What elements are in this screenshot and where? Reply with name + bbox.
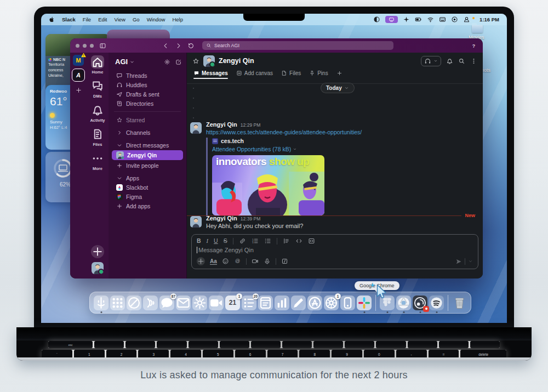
chat-avatar[interactable] — [203, 55, 215, 67]
dock-icon-launchpad[interactable] — [110, 296, 125, 310]
attach-plus-icon[interactable] — [197, 257, 205, 265]
menu-item-file[interactable]: File — [83, 16, 91, 22]
dock-icon-system-settings[interactable] — [192, 296, 207, 310]
shortcuts-icon[interactable] — [373, 16, 380, 23]
message-author[interactable]: Zengyi Qin — [206, 215, 237, 221]
close-button[interactable] — [76, 44, 79, 48]
quote-icon[interactable] — [283, 237, 290, 245]
desktop-folder-icon[interactable] — [472, 25, 483, 33]
dock-icon-mail[interactable] — [176, 296, 191, 310]
history-forward-icon[interactable] — [175, 42, 182, 49]
ol-icon[interactable]: 123 — [252, 237, 259, 245]
menu-item-help[interactable]: Help — [172, 16, 183, 22]
dock-icon-messages[interactable]: 87 — [159, 296, 174, 310]
message-avatar[interactable] — [190, 122, 202, 134]
chat-title[interactable]: Zengyi Qin — [219, 57, 254, 65]
emoji-icon[interactable] — [222, 258, 229, 265]
dock-icon-finder[interactable] — [94, 296, 109, 310]
input-source-icon[interactable] — [439, 16, 446, 23]
strike-icon[interactable]: S — [224, 237, 227, 245]
chevron-down-icon[interactable] — [433, 59, 438, 63]
dock-icon-calendar[interactable]: 211 — [225, 296, 240, 310]
apple-menu-icon[interactable] — [49, 16, 55, 22]
sidebar-item-add-apps[interactable]: Add apps — [109, 201, 186, 211]
dock-icon-slack[interactable] — [357, 296, 372, 310]
sidebar-item-apps[interactable]: Apps — [109, 173, 186, 183]
sidebar-item-files[interactable]: Files — [90, 128, 105, 147]
sidebar-item-dms[interactable]: DMs — [90, 79, 105, 99]
message-author[interactable]: Zengyi Qin — [206, 121, 237, 128]
dock-icon-chrome[interactable] — [396, 296, 411, 310]
dock-icon-facetime[interactable] — [209, 296, 224, 310]
sparkle-icon[interactable] — [403, 16, 410, 23]
sidebar-toggle-icon[interactable] — [99, 42, 106, 49]
mention-icon[interactable]: @ — [234, 258, 241, 265]
sidebar-item-huddles[interactable]: Huddles — [109, 80, 186, 89]
send-options-icon[interactable] — [468, 259, 473, 264]
notifications-icon[interactable] — [446, 58, 453, 65]
sidebar-item-invite-people[interactable]: Invite people — [109, 161, 186, 170]
filter-settings-icon[interactable] — [164, 59, 170, 65]
menu-item-go[interactable]: Go — [133, 16, 140, 22]
help-icon[interactable]: ? — [470, 42, 477, 49]
sidebar-item-directories[interactable]: Directories — [109, 99, 186, 108]
send-button[interactable] — [455, 258, 462, 265]
dock-icon-trash[interactable] — [452, 296, 467, 310]
search-in-conversation-icon[interactable] — [458, 58, 465, 65]
composer-input[interactable]: Message Zengyi Qin — [192, 245, 478, 253]
sidebar-item-threads[interactable]: Threads — [109, 71, 186, 80]
italic-icon[interactable]: I — [207, 237, 209, 245]
screen-mirroring-icon[interactable] — [385, 16, 398, 23]
workspace-name-button[interactable]: AGI — [115, 58, 135, 66]
sidebar-item-drafts-sent[interactable]: Drafts & sent — [109, 89, 186, 99]
format-icon[interactable]: Aa — [210, 258, 217, 265]
zoom-button[interactable] — [90, 44, 94, 48]
dock-icon-obs[interactable] — [413, 296, 427, 310]
menu-bar-clock[interactable]: 1:16 PM — [480, 16, 499, 22]
attachment-image[interactable]: innovators show up — [212, 155, 324, 215]
dock-icon-app-store[interactable] — [307, 296, 322, 310]
menu-item-view[interactable]: View — [115, 16, 125, 22]
user-avatar[interactable] — [92, 262, 104, 274]
chevron-down-icon[interactable] — [293, 147, 297, 151]
star-icon[interactable] — [192, 58, 199, 65]
sidebar-item-figma[interactable]: Figma — [109, 192, 186, 201]
minimize-button[interactable] — [83, 44, 87, 48]
menu-item-slack[interactable]: Slack — [62, 16, 76, 22]
tab-add-canvas[interactable]: Add canvas — [236, 70, 273, 79]
history-icon[interactable] — [187, 42, 195, 49]
workspace-m[interactable]: M ! — [73, 55, 84, 66]
attachment-file-link[interactable]: Attendee Opportunities (78 kB) — [212, 146, 362, 152]
tab-pins[interactable]: Pins — [309, 70, 328, 79]
workspace-agi[interactable]: A — [73, 70, 84, 81]
message-avatar[interactable] — [190, 216, 202, 228]
underline-icon[interactable]: U — [214, 237, 218, 245]
wifi-icon[interactable] — [427, 16, 434, 23]
slashbox-icon[interactable] — [281, 258, 288, 265]
mic-icon[interactable] — [264, 258, 271, 265]
create-new-button[interactable] — [91, 245, 104, 258]
search-input[interactable]: Search AGI — [202, 41, 393, 50]
tab-messages[interactable]: Messages — [193, 70, 228, 79]
sidebar-item-slackbot[interactable]: Slackbot — [109, 183, 186, 192]
message-link[interactable]: https://www.ces.tech/attendee-guides/att… — [206, 129, 362, 135]
tab-files[interactable]: Files — [281, 70, 301, 79]
sidebar-item-direct-messages[interactable]: Direct messages — [109, 140, 186, 150]
history-back-icon[interactable] — [162, 42, 169, 49]
dock-icon-notes[interactable] — [258, 296, 273, 310]
tab-add[interactable] — [336, 70, 342, 79]
user-profile-icon[interactable] — [463, 16, 470, 23]
code-icon[interactable] — [295, 237, 302, 245]
menu-item-window[interactable]: Window — [147, 16, 165, 22]
sidebar-item-channels[interactable]: Channels — [109, 128, 186, 137]
compose-icon[interactable] — [175, 59, 182, 65]
battery-icon[interactable] — [415, 16, 422, 23]
more-options-icon[interactable] — [470, 58, 477, 65]
date-divider-pill[interactable]: Today — [321, 83, 355, 93]
huddle-button[interactable] — [421, 56, 441, 66]
add-workspace-icon[interactable] — [75, 86, 82, 93]
video-icon[interactable] — [252, 258, 259, 265]
sidebar-item-starred[interactable]: Starred — [109, 115, 186, 124]
record-icon[interactable] — [451, 16, 458, 23]
link-icon[interactable] — [239, 237, 246, 245]
